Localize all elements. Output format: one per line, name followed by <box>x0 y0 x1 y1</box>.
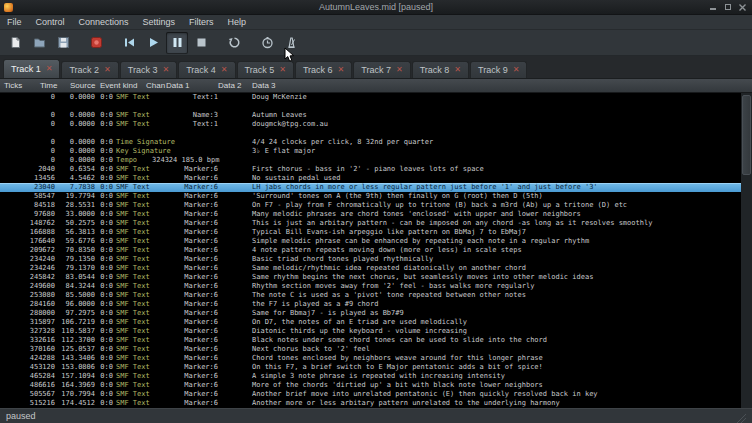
table-row[interactable]: 209672 70.8350 0:0 SMF Text Marker:6 4 n… <box>0 246 752 255</box>
cell-event-kind: SMF Text <box>116 336 152 345</box>
tab-track-3[interactable]: Track 3✕ <box>120 61 177 78</box>
column-header-time[interactable]: Time <box>36 81 66 90</box>
table-row[interactable]: 0 0.0000 0:0 SMF Text Text:1 Doug McKenz… <box>0 93 752 102</box>
table-row[interactable]: 97680 33.0000 0:0 SMF Text Marker:6 Many… <box>0 210 752 219</box>
cell-time: 170.7994 <box>58 390 98 399</box>
table-row[interactable]: 0 0.0000 0:0 SMF Text Name:3 Autumn Leav… <box>0 111 752 120</box>
cell-event-kind: SMF Text <box>116 291 152 300</box>
menu-item-file[interactable]: File <box>0 15 29 29</box>
menu-item-filters[interactable]: Filters <box>182 15 221 29</box>
menu-item-help[interactable]: Help <box>221 15 254 29</box>
table-row[interactable]: 284160 96.0000 0:0 SMF Text Marker:6 the… <box>0 300 752 309</box>
pause-button[interactable] <box>166 32 188 54</box>
record-icon <box>90 36 103 49</box>
table-row[interactable]: 453120 153.0806 0:0 SMF Text Marker:6 On… <box>0 363 752 372</box>
table-row[interactable]: 58547 19.7794 0:0 SMF Text Marker:6 'Sur… <box>0 192 752 201</box>
table-row[interactable]: 234240 79.1350 0:0 SMF Text Marker:6 Bas… <box>0 255 752 264</box>
table-row[interactable]: 0 0.0000 0:0 Tempo 324324 185.0 bpm <box>0 156 752 165</box>
save-button[interactable] <box>52 32 74 54</box>
tab-close-icon[interactable]: ✕ <box>279 66 286 74</box>
play-button[interactable] <box>142 32 164 54</box>
column-header-source[interactable]: Source <box>66 81 96 90</box>
metronome-button[interactable] <box>280 32 302 54</box>
tab-close-icon[interactable]: ✕ <box>104 66 111 74</box>
tab-close-icon[interactable]: ✕ <box>396 66 403 74</box>
cell-source: 0:0 <box>98 309 116 318</box>
cell-data3: Rhythm section moves away from '2' feel … <box>250 282 752 291</box>
menu-item-connections[interactable]: Connections <box>72 15 136 29</box>
tab-track-6[interactable]: Track 6✕ <box>295 61 352 78</box>
skip-backward-button[interactable] <box>118 32 140 54</box>
title-bar[interactable]: AutumnLeaves.mid [paused] <box>0 0 752 15</box>
table-row[interactable]: 288000 97.2975 0:0 SMF Text Marker:6 Sam… <box>0 309 752 318</box>
tab-track-4[interactable]: Track 4✕ <box>178 61 235 78</box>
column-header-data-3[interactable]: Data 3 <box>248 81 752 90</box>
cell-data1: Marker:6 <box>152 399 218 408</box>
tab-track-1[interactable]: Track 1✕ <box>3 59 60 78</box>
table-row[interactable]: 424288 143.3406 0:0 SMF Text Marker:6 Ch… <box>0 354 752 363</box>
table-row[interactable] <box>0 102 752 111</box>
column-header-data-2[interactable]: Data 2 <box>214 81 248 90</box>
table-row[interactable]: 332616 112.3700 0:0 SMF Text Marker:6 Bl… <box>0 336 752 345</box>
tab-close-icon[interactable]: ✕ <box>46 65 53 73</box>
column-header-ticks[interactable]: Ticks <box>0 81 36 90</box>
open-button[interactable] <box>28 32 50 54</box>
table-row[interactable]: 176640 59.6776 0:0 SMF Text Marker:6 Sim… <box>0 237 752 246</box>
minimize-button[interactable] <box>707 2 718 13</box>
table-row[interactable]: 84518 28.5531 0:0 SMF Text Marker:6 On F… <box>0 201 752 210</box>
table-row[interactable]: 315897 106.7219 0:0 SMF Text Marker:6 On… <box>0 318 752 327</box>
tab-close-icon[interactable]: ✕ <box>162 66 169 74</box>
scrollbar-handle[interactable] <box>742 95 751 175</box>
table-row[interactable] <box>0 129 752 138</box>
table-row[interactable]: 0 0.0000 0:0 SMF Text Text:1 dougmck@tpg… <box>0 120 752 129</box>
tab-close-icon[interactable]: ✕ <box>513 66 520 74</box>
table-row[interactable]: 245842 83.0544 0:0 SMF Text Marker:6 Sam… <box>0 273 752 282</box>
table-row[interactable]: 13456 4.5462 0:0 SMF Text Marker:6 No su… <box>0 174 752 183</box>
menu-item-control[interactable]: Control <box>29 15 72 29</box>
table-row[interactable]: 505567 170.7994 0:0 SMF Text Marker:6 An… <box>0 390 752 399</box>
cell-data1: Marker:6 <box>152 264 218 273</box>
timer-button[interactable] <box>256 32 278 54</box>
tab-close-icon[interactable]: ✕ <box>338 66 345 74</box>
tab-track-8[interactable]: Track 8✕ <box>412 61 469 78</box>
table-row[interactable]: 0 0.0000 0:0 Key Signature 3♭ E flat maj… <box>0 147 752 156</box>
cell-data2 <box>218 390 250 399</box>
close-button[interactable] <box>737 2 748 13</box>
tab-track-5[interactable]: Track 5✕ <box>237 61 294 78</box>
vertical-scrollbar[interactable] <box>741 93 752 408</box>
resize-grip-icon[interactable] <box>736 413 746 423</box>
table-row[interactable]: 515216 174.4512 0:0 SMF Text Marker:6 An… <box>0 399 752 408</box>
cell-data3: Same for Bbmaj7 - is played as Bb7#9 <box>250 309 752 318</box>
cell-time: 157.1094 <box>58 372 98 381</box>
table-row[interactable]: 327328 110.5837 0:0 SMF Text Marker:6 Di… <box>0 327 752 336</box>
menu-item-settings[interactable]: Settings <box>136 15 183 29</box>
table-row[interactable]: 0 0.0000 0:0 Time Signature 4/4 24 clock… <box>0 138 752 147</box>
table-row[interactable]: 234246 79.1370 0:0 SMF Text Marker:6 Sam… <box>0 264 752 273</box>
tab-close-icon[interactable]: ✕ <box>221 66 228 74</box>
tab-track-7[interactable]: Track 7✕ <box>353 61 410 78</box>
table-row[interactable]: 465284 157.1094 0:0 SMF Text Marker:6 A … <box>0 372 752 381</box>
column-header-data-1[interactable]: Data 1 <box>162 81 214 90</box>
table-row[interactable]: 148762 50.2575 0:0 SMF Text Marker:6 Thi… <box>0 219 752 228</box>
tab-close-icon[interactable]: ✕ <box>454 66 461 74</box>
loop-button[interactable] <box>223 32 245 54</box>
maximize-button[interactable] <box>722 2 733 13</box>
cell-ticks: 327328 <box>0 327 58 336</box>
table-row[interactable]: 166888 56.3813 0:0 SMF Text Marker:6 Typ… <box>0 228 752 237</box>
cell-data1: Marker:6 <box>152 390 218 399</box>
column-header-event-kind[interactable]: Event kind <box>96 81 142 90</box>
tab-track-9[interactable]: Track 9✕ <box>470 61 527 78</box>
stop-button[interactable] <box>190 32 212 54</box>
table-row[interactable]: 253080 85.5000 0:0 SMF Text Marker:6 The… <box>0 291 752 300</box>
tab-track-2[interactable]: Track 2✕ <box>61 61 118 78</box>
record-button[interactable] <box>85 32 107 54</box>
table-row[interactable]: 370160 125.0537 0:0 SMF Text Marker:6 Ne… <box>0 345 752 354</box>
table-row[interactable]: 2040 0.6354 0:0 SMF Text Marker:6 First … <box>0 165 752 174</box>
table-row[interactable]: 249600 84.3244 0:0 SMF Text Marker:6 Rhy… <box>0 282 752 291</box>
tab-label: Track 2 <box>69 65 99 75</box>
table-row[interactable]: 23040 7.7838 0:0 SMF Text Marker:6 LH ja… <box>0 183 752 192</box>
cell-event-kind <box>116 129 152 138</box>
column-header-chan[interactable]: Chan <box>142 81 162 90</box>
table-row[interactable]: 486616 164.3969 0:0 SMF Text Marker:6 Mo… <box>0 381 752 390</box>
new-button[interactable] <box>4 32 26 54</box>
